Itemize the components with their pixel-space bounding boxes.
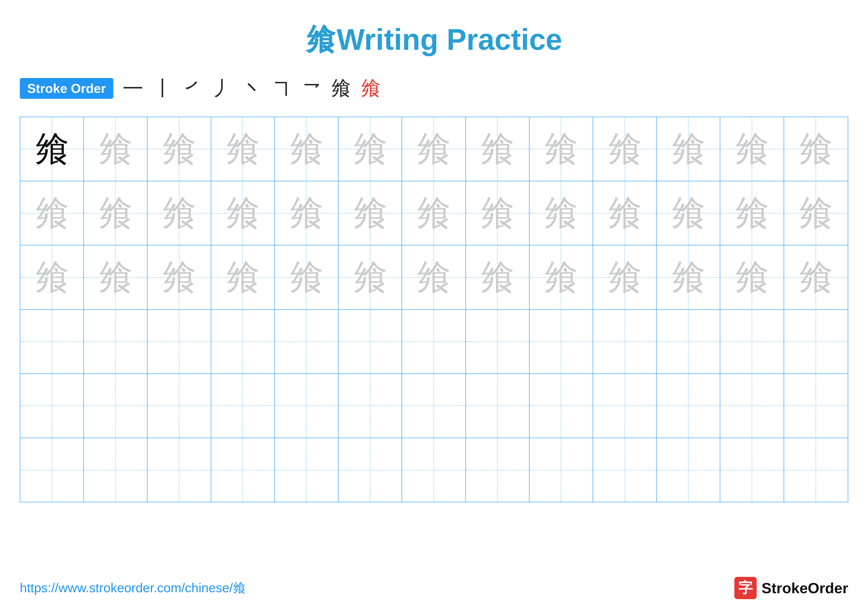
grid-cell[interactable]: [530, 374, 593, 438]
grid-cell[interactable]: [211, 438, 275, 502]
grid-cell[interactable]: 飨: [338, 117, 402, 181]
stroke-step-3: ㇒: [183, 75, 202, 102]
grid-cell[interactable]: [402, 438, 466, 502]
grid-cell[interactable]: [84, 374, 147, 438]
grid-cell[interactable]: [466, 374, 530, 438]
grid-row: 飨飨飨飨飨飨飨飨飨飨飨飨飨: [20, 117, 848, 181]
grid-cell[interactable]: 飨: [593, 181, 657, 245]
grid-cell[interactable]: 飨: [84, 117, 147, 181]
grid-cell[interactable]: [657, 374, 720, 438]
grid-cell[interactable]: 飨: [147, 246, 211, 309]
grid-cell[interactable]: 飨: [275, 246, 338, 309]
grid-cell[interactable]: 飨: [211, 246, 275, 309]
grid-cell[interactable]: [593, 438, 657, 502]
grid-cell[interactable]: [275, 374, 338, 438]
grid-row: 飨飨飨飨飨飨飨飨飨飨飨飨飨: [20, 181, 848, 246]
grid-cell[interactable]: 飨: [657, 246, 720, 309]
stroke-step-9: 飨: [361, 75, 381, 102]
grid-cell[interactable]: [211, 310, 275, 373]
stroke-step-2: ㇑: [153, 75, 173, 102]
grid-row: 飨飨飨飨飨飨飨飨飨飨飨飨飨: [20, 246, 848, 309]
grid-cell[interactable]: 飨: [720, 181, 784, 245]
grid-row: [20, 374, 848, 438]
grid-cell[interactable]: [20, 310, 84, 373]
grid-cell[interactable]: 飨: [402, 117, 466, 181]
stroke-step-7: ㇖: [301, 75, 321, 102]
grid-cell[interactable]: [84, 438, 147, 502]
grid-cell[interactable]: [530, 310, 593, 373]
footer-logo: 字 StrokeOrder: [735, 577, 848, 599]
grid-cell[interactable]: 飨: [657, 181, 720, 245]
grid-cell[interactable]: 飨: [530, 117, 593, 181]
grid-cell[interactable]: 飨: [84, 246, 147, 309]
grid-cell[interactable]: [466, 438, 530, 502]
stroke-step-4: ㇓: [212, 75, 232, 102]
grid-cell[interactable]: [275, 310, 338, 373]
title-chinese: 飨: [306, 23, 336, 56]
grid-cell[interactable]: 飨: [338, 246, 402, 309]
page-title: 飨 Writing Practice: [0, 0, 868, 60]
grid-cell[interactable]: [211, 374, 275, 438]
grid-cell[interactable]: [402, 374, 466, 438]
grid-cell[interactable]: 飨: [720, 246, 784, 309]
grid-cell[interactable]: 飨: [147, 117, 211, 181]
grid-cell[interactable]: [657, 310, 720, 373]
stroke-order-badge: Stroke Order: [20, 78, 113, 99]
grid-cell[interactable]: [338, 374, 402, 438]
grid-cell[interactable]: [147, 374, 211, 438]
grid-cell[interactable]: [466, 310, 530, 373]
grid-cell[interactable]: 飨: [20, 181, 84, 245]
grid-cell[interactable]: [402, 310, 466, 373]
grid-cell[interactable]: [657, 438, 720, 502]
grid-cell[interactable]: 飨: [784, 246, 848, 309]
grid-cell[interactable]: 飨: [593, 246, 657, 309]
logo-icon: 字: [735, 577, 756, 599]
grid-cell[interactable]: [147, 310, 211, 373]
grid-cell[interactable]: [784, 438, 848, 502]
grid-cell[interactable]: [338, 438, 402, 502]
grid-cell[interactable]: 飨: [275, 181, 338, 245]
grid-cell[interactable]: 飨: [720, 117, 784, 181]
grid-cell[interactable]: [720, 438, 784, 502]
grid-cell[interactable]: 飨: [211, 181, 275, 245]
grid-cell[interactable]: [275, 438, 338, 502]
footer-url[interactable]: https://www.strokeorder.com/chinese/飨: [20, 579, 246, 597]
grid-cell[interactable]: 飨: [84, 181, 147, 245]
grid-cell[interactable]: 飨: [784, 181, 848, 245]
grid-cell[interactable]: [147, 438, 211, 502]
grid-cell[interactable]: [720, 310, 784, 373]
grid-cell[interactable]: 飨: [338, 181, 402, 245]
grid-cell[interactable]: 飨: [402, 181, 466, 245]
grid-cell[interactable]: 飨: [466, 181, 530, 245]
grid-cell[interactable]: [720, 374, 784, 438]
grid-cell[interactable]: 飨: [20, 246, 84, 309]
grid-cell[interactable]: 飨: [275, 117, 338, 181]
stroke-order-row: Stroke Order ㇐ ㇑ ㇒ ㇓ ㇔ ㇕ ㇖ 飨 飨: [0, 75, 868, 102]
grid-cell[interactable]: 飨: [530, 246, 593, 309]
grid-cell[interactable]: [593, 374, 657, 438]
grid-row: [20, 438, 848, 502]
stroke-step-5: ㇔: [242, 75, 262, 102]
grid-cell[interactable]: [593, 310, 657, 373]
logo-text: StrokeOrder: [762, 580, 848, 597]
grid-cell[interactable]: 飨: [211, 117, 275, 181]
grid-cell[interactable]: 飨: [402, 246, 466, 309]
grid-cell[interactable]: [338, 310, 402, 373]
grid-cell[interactable]: 飨: [593, 117, 657, 181]
stroke-step-6: ㇕: [272, 75, 291, 102]
grid-cell[interactable]: 飨: [530, 181, 593, 245]
grid-cell[interactable]: 飨: [147, 181, 211, 245]
grid-cell[interactable]: [84, 310, 147, 373]
grid-cell[interactable]: [20, 438, 84, 502]
grid-cell[interactable]: 飨: [466, 117, 530, 181]
grid-cell[interactable]: 飨: [20, 117, 84, 181]
stroke-step-1: ㇐: [123, 75, 143, 102]
grid-cell[interactable]: [20, 374, 84, 438]
grid-cell[interactable]: 飨: [466, 246, 530, 309]
grid-cell[interactable]: [784, 310, 848, 373]
grid-cell[interactable]: 飨: [657, 117, 720, 181]
grid-cell[interactable]: [530, 438, 593, 502]
grid-cell[interactable]: 飨: [784, 117, 848, 181]
grid-cell[interactable]: [784, 374, 848, 438]
footer: https://www.strokeorder.com/chinese/飨 字 …: [20, 577, 848, 599]
